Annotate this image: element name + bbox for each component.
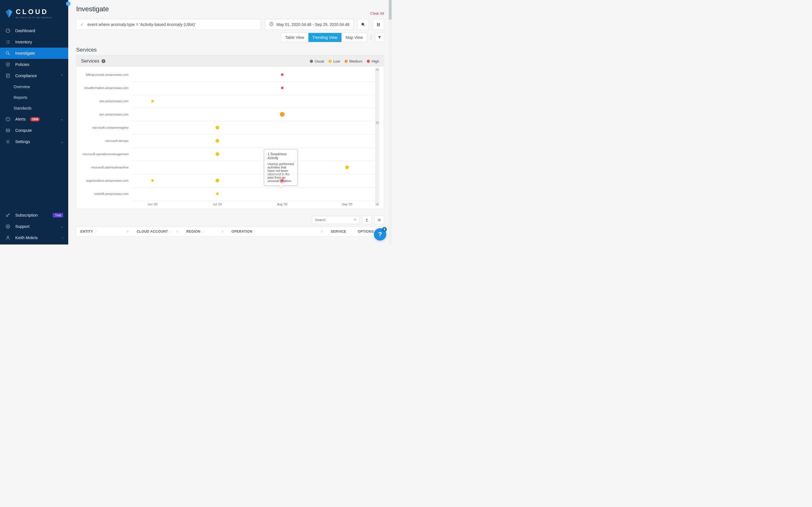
info-icon[interactable]: i bbox=[101, 59, 105, 63]
page-title: Investigate bbox=[76, 5, 109, 13]
checkmark-icon: ✓ bbox=[80, 22, 84, 27]
brand-word: CLOUD bbox=[16, 8, 52, 16]
sidebar-item-support[interactable]: Support ⌄ bbox=[0, 221, 68, 232]
sidebar-item-label: Subscription bbox=[15, 213, 38, 217]
tab-trending-view[interactable]: Trending View bbox=[308, 33, 342, 42]
sidebar-item-compute[interactable]: Compute bbox=[0, 125, 68, 136]
clock-icon bbox=[269, 22, 274, 27]
sidebar-item-compliance[interactable]: Compliance ⌃ bbox=[0, 70, 68, 81]
columns-button[interactable] bbox=[374, 216, 384, 224]
query-input[interactable]: ✓ event where anomaly.type = 'Activity-b… bbox=[76, 19, 261, 30]
y-axis-label: microsoft.operationsmanagement bbox=[83, 152, 129, 156]
chart-point[interactable] bbox=[151, 100, 154, 103]
table-search[interactable] bbox=[312, 216, 359, 224]
x-axis-label: Jul '20 bbox=[213, 203, 221, 206]
results-table-header: ENTITY↓↑≡ CLOUD ACCOUNT↓↑≡ REGION↓↑≡ OPE… bbox=[76, 226, 384, 237]
shield-check-icon bbox=[5, 62, 11, 67]
chart-point[interactable] bbox=[216, 139, 219, 143]
sidebar-item-label: Standards bbox=[13, 106, 32, 110]
sidebar-item-dashboard[interactable]: Dashboard bbox=[0, 25, 68, 36]
legend-medium: Medium bbox=[345, 59, 362, 63]
services-chart[interactable]: 1 Suspicious Activity User(s) performed … bbox=[79, 68, 375, 206]
svg-rect-5 bbox=[6, 131, 10, 132]
chart-point[interactable] bbox=[151, 179, 154, 182]
column-service[interactable]: SERVICE bbox=[327, 227, 354, 236]
view-switcher: Table View Trending View Map View bbox=[281, 33, 367, 42]
svg-point-15 bbox=[354, 219, 356, 220]
svg-rect-16 bbox=[378, 219, 378, 219]
chart-point[interactable] bbox=[281, 73, 284, 76]
chart-point[interactable] bbox=[281, 87, 284, 89]
sidebar-item-reports[interactable]: Reports bbox=[0, 92, 68, 103]
sidebar-item-label: Investigate bbox=[15, 51, 35, 55]
section-title: Services bbox=[76, 47, 384, 53]
list-icon bbox=[5, 39, 11, 45]
help-button[interactable]: ? 9 bbox=[374, 228, 386, 240]
y-axis-label: billingconsole.amazonaws.com bbox=[86, 73, 129, 76]
chart-point[interactable] bbox=[216, 126, 219, 129]
server-icon bbox=[5, 128, 11, 133]
sidebar-item-inventory[interactable]: Inventory bbox=[0, 36, 68, 48]
y-axis-label: organizations.amazonaws.com bbox=[86, 179, 129, 182]
sidebar-bottom: Subscription Trial Support ⌄ Keith Mokri… bbox=[0, 210, 68, 244]
x-axis-label: Aug '20 bbox=[277, 203, 288, 206]
sidebar-item-user[interactable]: Keith Mokris › bbox=[0, 232, 68, 243]
svg-point-6 bbox=[7, 141, 9, 143]
sidebar-item-investigate[interactable]: Investigate bbox=[0, 48, 68, 59]
download-button[interactable] bbox=[362, 216, 371, 224]
date-range-picker[interactable]: May 01, 2020 04:48 - Sep 29, 2020 04:48 bbox=[265, 19, 354, 30]
column-region[interactable]: REGION↓↑≡ bbox=[183, 227, 227, 236]
trial-badge: Trial bbox=[53, 213, 63, 217]
svg-rect-20 bbox=[379, 220, 380, 220]
brand-subtitle: BY PALO ALTO NETWORKS bbox=[16, 16, 52, 19]
chart-point[interactable] bbox=[216, 152, 219, 156]
chart-point[interactable] bbox=[216, 179, 219, 182]
chart-point[interactable] bbox=[345, 166, 349, 169]
search-button[interactable] bbox=[357, 19, 369, 30]
sidebar-item-label: Alerts bbox=[15, 117, 26, 121]
sidebar-item-settings[interactable]: Settings ⌄ bbox=[0, 136, 68, 147]
svg-point-12 bbox=[362, 23, 364, 25]
main-nav: Dashboard Inventory Investigate Policies… bbox=[0, 25, 68, 210]
tooltip-title: 1 Suspicious Activity bbox=[267, 152, 294, 160]
main-content: Investigate Clear All ✓ event where anom… bbox=[68, 0, 392, 244]
svg-rect-17 bbox=[378, 220, 378, 220]
key-icon bbox=[5, 212, 11, 218]
save-button[interactable] bbox=[373, 19, 384, 30]
document-icon bbox=[5, 73, 11, 78]
chart-point[interactable] bbox=[280, 112, 285, 117]
y-axis-label: eks.amazonaws.com bbox=[100, 100, 129, 103]
chevron-down-icon: ⌄ bbox=[61, 140, 63, 144]
clear-all-link[interactable]: Clear All bbox=[370, 11, 384, 15]
date-range-text: May 01, 2020 04:48 - Sep 29, 2020 04:48 bbox=[276, 22, 349, 27]
chart-scrollbar[interactable] bbox=[375, 68, 379, 206]
sidebar-item-policies[interactable]: Policies bbox=[0, 59, 68, 70]
search-icon bbox=[5, 50, 11, 56]
column-operation[interactable]: OPERATION↓↑≡ bbox=[227, 227, 327, 236]
search-input[interactable] bbox=[312, 216, 359, 224]
svg-point-9 bbox=[7, 226, 9, 227]
filter-button[interactable] bbox=[375, 33, 384, 42]
main-scrollbar[interactable] bbox=[389, 0, 392, 244]
sidebar-item-alerts[interactable]: Alerts 1684 ⌄ bbox=[0, 114, 68, 125]
sidebar-item-standards[interactable]: Standards bbox=[0, 103, 68, 114]
y-axis-label: redshift.amazonaws.com bbox=[94, 192, 129, 195]
query-text: event where anomaly.type = 'Activity-bas… bbox=[87, 22, 196, 27]
sidebar-item-subscription[interactable]: Subscription Trial bbox=[0, 210, 68, 221]
sidebar-item-label: Compute bbox=[15, 128, 32, 133]
legend: Usual Low Medium High bbox=[310, 59, 379, 63]
svg-rect-4 bbox=[6, 129, 10, 130]
sidebar-item-overview[interactable]: Overview bbox=[0, 81, 68, 92]
svg-rect-13 bbox=[377, 23, 379, 24]
sidebar-collapse-toggle[interactable]: ‹ bbox=[66, 1, 70, 6]
sidebar-item-label: Policies bbox=[15, 62, 29, 67]
chart-point[interactable] bbox=[216, 193, 219, 195]
column-cloud-account[interactable]: CLOUD ACCOUNT↓↑≡ bbox=[133, 227, 183, 236]
chart-point[interactable] bbox=[281, 179, 284, 182]
column-entity[interactable]: ENTITY↓↑≡ bbox=[77, 227, 133, 236]
tooltip-body: User(s) performed activities that have n… bbox=[267, 162, 294, 182]
gear-icon bbox=[5, 139, 11, 145]
tab-table-view[interactable]: Table View bbox=[281, 33, 308, 42]
tab-map-view[interactable]: Map View bbox=[342, 33, 367, 42]
x-axis-label: Jun '20 bbox=[147, 203, 157, 206]
